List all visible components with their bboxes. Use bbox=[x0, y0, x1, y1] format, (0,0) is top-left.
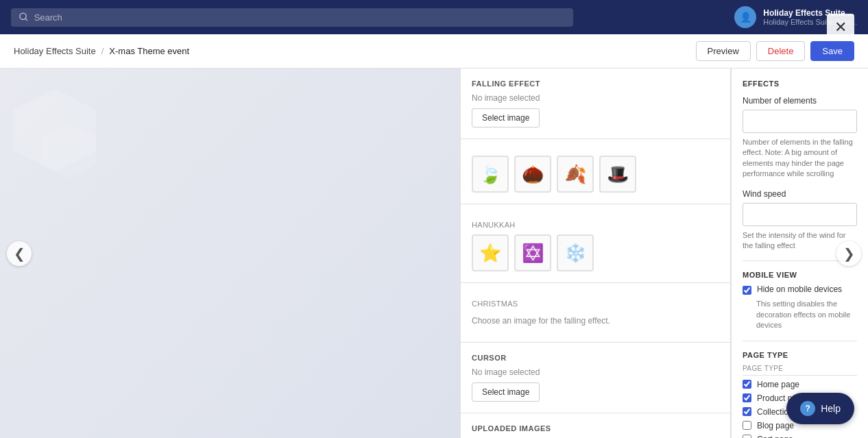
image-item-star-of-david[interactable]: ✡️ bbox=[514, 234, 551, 271]
num-elements-input[interactable]: 20 bbox=[743, 112, 857, 131]
page-type-home-checkbox[interactable] bbox=[743, 380, 751, 389]
page-type-cart-label: Cart page bbox=[757, 435, 793, 438]
breadcrumb-actions: Preview Delete Save bbox=[696, 41, 854, 61]
page-type-cart-checkbox[interactable] bbox=[743, 435, 751, 438]
hide-on-mobile-checkbox[interactable] bbox=[743, 286, 751, 295]
page-type-home-label: Home page bbox=[757, 380, 799, 389]
search-input[interactable] bbox=[34, 12, 565, 23]
save-button[interactable]: Save bbox=[810, 41, 854, 61]
image-item-hat[interactable]: 🎩 bbox=[599, 156, 636, 193]
image-item-maple[interactable]: 🍂 bbox=[557, 156, 594, 193]
svg-point-0 bbox=[20, 13, 26, 19]
page-type-cart: Cart page bbox=[743, 435, 857, 438]
cursor-no-image: No image selected bbox=[472, 367, 719, 377]
cursor-title: CURSOR bbox=[472, 354, 719, 362]
wind-speed-label: Wind speed bbox=[743, 189, 857, 199]
hanukkah-image-grid: ⭐ ✡️ ❄️ bbox=[472, 234, 719, 271]
page-type-column-header: PAGE TYPE bbox=[743, 365, 857, 376]
page-preview bbox=[0, 69, 460, 438]
page-type-section-label: PAGE TYPE bbox=[743, 351, 857, 359]
hanukkah-label: HANUKKAH bbox=[472, 221, 719, 229]
avatar: 👤 bbox=[734, 6, 756, 28]
page-type-collection-checkbox[interactable] bbox=[743, 407, 751, 416]
falling-no-image: No image selected bbox=[472, 93, 719, 103]
nav-arrow-right[interactable]: ❯ bbox=[836, 241, 861, 266]
breadcrumb-bar: Holiday Effects Suite / X-mas Theme even… bbox=[0, 34, 868, 69]
cursor-section: CURSOR No image selected Select image bbox=[461, 343, 730, 413]
nav-arrow-left[interactable]: ❮ bbox=[7, 241, 32, 266]
hide-on-mobile-label: Hide on mobile devices bbox=[757, 284, 842, 294]
top-nav: 👤 Holiday Effects Suite ... Holiday Effe… bbox=[0, 0, 868, 34]
autumn-images-section: 🍃 🌰 🍂 🎩 bbox=[461, 139, 730, 204]
image-item-leaf[interactable]: 🍃 bbox=[472, 156, 509, 193]
autumn-image-grid: 🍃 🌰 🍂 🎩 bbox=[472, 156, 719, 193]
page-type-product-checkbox[interactable] bbox=[743, 393, 751, 402]
help-icon: ? bbox=[800, 401, 815, 416]
christmas-label: CHRISTMAS bbox=[472, 300, 719, 308]
hanukkah-section: HANUKKAH ⭐ ✡️ ❄️ bbox=[461, 204, 730, 283]
page-type-blog-label: Blog page bbox=[757, 421, 794, 430]
falling-select-image-button[interactable]: Select image bbox=[472, 108, 540, 127]
uploaded-images-title: UPLOADED IMAGES bbox=[472, 424, 719, 433]
search-icon bbox=[19, 12, 29, 22]
wind-speed-input[interactable]: 2 bbox=[743, 205, 857, 223]
falling-effect-section: FALLING EFFECT No image selected Select … bbox=[461, 69, 730, 139]
svg-line-1 bbox=[25, 19, 27, 21]
num-elements-wrapper: 20 ▲ ▼ bbox=[743, 110, 857, 133]
page-type-home: Home page bbox=[743, 380, 857, 389]
mobile-view-label: MOBILE VIEW bbox=[743, 271, 857, 279]
effects-title: EFFECTS bbox=[743, 80, 857, 88]
hide-on-mobile-row: Hide on mobile devices bbox=[743, 284, 857, 295]
main-layout: ❮ FALLING EFFECT No image selected Selec… bbox=[0, 69, 868, 438]
image-item-acorn[interactable]: 🌰 bbox=[514, 156, 551, 193]
image-item-star[interactable]: ⭐ bbox=[472, 234, 509, 271]
cursor-select-image-button[interactable]: Select image bbox=[472, 382, 540, 402]
uploaded-images-section: UPLOADED IMAGES ✦ HALLOWEEN bbox=[461, 413, 730, 438]
page-type-blog-checkbox[interactable] bbox=[743, 421, 751, 430]
christmas-section: CHRISTMAS Choose an image for the fallin… bbox=[461, 283, 730, 343]
close-button[interactable]: ✕ bbox=[827, 14, 854, 41]
breadcrumb-parent[interactable]: Holiday Effects Suite bbox=[14, 46, 96, 56]
divider-2 bbox=[743, 341, 857, 341]
search-bar[interactable] bbox=[11, 8, 573, 27]
falling-effect-title: FALLING EFFECT bbox=[472, 80, 719, 88]
num-elements-helper: Number of elements in the falling effect… bbox=[743, 137, 857, 180]
breadcrumb-separator: / bbox=[101, 46, 104, 56]
num-elements-label: Number of elements bbox=[743, 96, 857, 106]
hide-on-mobile-helper: This setting disables the decoration eff… bbox=[756, 299, 857, 330]
help-label: Help bbox=[821, 403, 841, 414]
breadcrumb-current: X-mas Theme event bbox=[109, 46, 189, 56]
preview-button[interactable]: Preview bbox=[696, 41, 751, 61]
image-item-snowflake[interactable]: ❄️ bbox=[557, 234, 594, 271]
help-button[interactable]: ? Help bbox=[786, 393, 854, 424]
choose-image-text: Choose an image for the falling effect. bbox=[472, 311, 719, 331]
center-panel: FALLING EFFECT No image selected Select … bbox=[460, 69, 731, 438]
delete-button[interactable]: Delete bbox=[756, 41, 806, 61]
wind-speed-wrapper: 2 ▲ ▼ bbox=[743, 203, 857, 226]
